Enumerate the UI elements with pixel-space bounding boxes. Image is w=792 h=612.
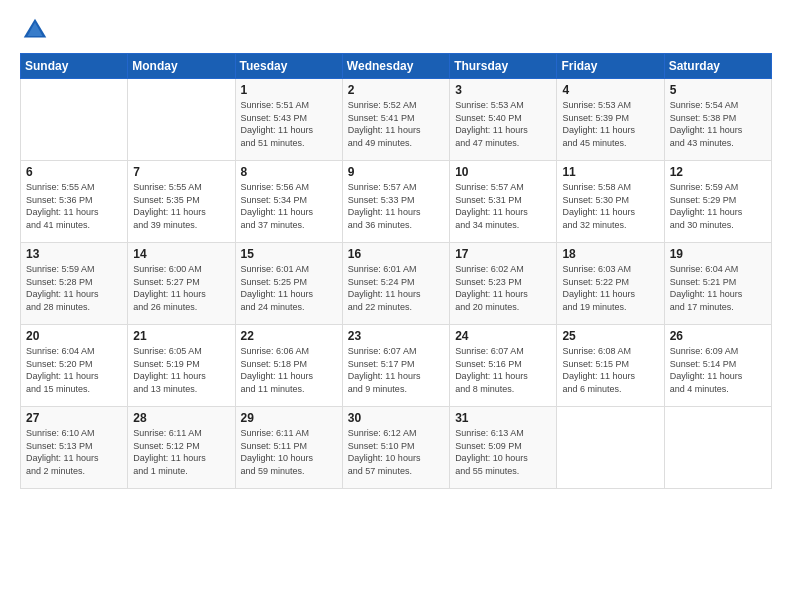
weekday-header: Wednesday [342, 54, 449, 79]
day-info: Sunrise: 6:00 AM Sunset: 5:27 PM Dayligh… [133, 263, 229, 313]
day-number: 26 [670, 329, 766, 343]
day-info: Sunrise: 6:10 AM Sunset: 5:13 PM Dayligh… [26, 427, 122, 477]
calendar-cell: 20Sunrise: 6:04 AM Sunset: 5:20 PM Dayli… [21, 325, 128, 407]
day-number: 4 [562, 83, 658, 97]
calendar-cell: 13Sunrise: 5:59 AM Sunset: 5:28 PM Dayli… [21, 243, 128, 325]
page: SundayMondayTuesdayWednesdayThursdayFrid… [0, 0, 792, 612]
day-number: 21 [133, 329, 229, 343]
calendar-week-row: 20Sunrise: 6:04 AM Sunset: 5:20 PM Dayli… [21, 325, 772, 407]
day-info: Sunrise: 6:07 AM Sunset: 5:16 PM Dayligh… [455, 345, 551, 395]
day-info: Sunrise: 6:04 AM Sunset: 5:21 PM Dayligh… [670, 263, 766, 313]
day-info: Sunrise: 6:13 AM Sunset: 5:09 PM Dayligh… [455, 427, 551, 477]
calendar-cell: 3Sunrise: 5:53 AM Sunset: 5:40 PM Daylig… [450, 79, 557, 161]
day-info: Sunrise: 5:55 AM Sunset: 5:36 PM Dayligh… [26, 181, 122, 231]
logo [20, 15, 54, 45]
day-number: 9 [348, 165, 444, 179]
calendar-cell: 24Sunrise: 6:07 AM Sunset: 5:16 PM Dayli… [450, 325, 557, 407]
day-info: Sunrise: 5:52 AM Sunset: 5:41 PM Dayligh… [348, 99, 444, 149]
calendar-cell: 7Sunrise: 5:55 AM Sunset: 5:35 PM Daylig… [128, 161, 235, 243]
day-number: 12 [670, 165, 766, 179]
calendar-cell [664, 407, 771, 489]
day-info: Sunrise: 6:08 AM Sunset: 5:15 PM Dayligh… [562, 345, 658, 395]
day-info: Sunrise: 5:59 AM Sunset: 5:29 PM Dayligh… [670, 181, 766, 231]
day-number: 31 [455, 411, 551, 425]
day-info: Sunrise: 6:01 AM Sunset: 5:24 PM Dayligh… [348, 263, 444, 313]
day-number: 28 [133, 411, 229, 425]
day-info: Sunrise: 6:04 AM Sunset: 5:20 PM Dayligh… [26, 345, 122, 395]
day-number: 6 [26, 165, 122, 179]
calendar-table: SundayMondayTuesdayWednesdayThursdayFrid… [20, 53, 772, 489]
day-info: Sunrise: 6:01 AM Sunset: 5:25 PM Dayligh… [241, 263, 337, 313]
weekday-header: Sunday [21, 54, 128, 79]
calendar-cell: 2Sunrise: 5:52 AM Sunset: 5:41 PM Daylig… [342, 79, 449, 161]
calendar-cell [21, 79, 128, 161]
day-number: 1 [241, 83, 337, 97]
day-info: Sunrise: 5:59 AM Sunset: 5:28 PM Dayligh… [26, 263, 122, 313]
calendar-cell: 17Sunrise: 6:02 AM Sunset: 5:23 PM Dayli… [450, 243, 557, 325]
day-info: Sunrise: 5:54 AM Sunset: 5:38 PM Dayligh… [670, 99, 766, 149]
calendar-cell: 1Sunrise: 5:51 AM Sunset: 5:43 PM Daylig… [235, 79, 342, 161]
calendar-cell: 30Sunrise: 6:12 AM Sunset: 5:10 PM Dayli… [342, 407, 449, 489]
calendar-cell: 11Sunrise: 5:58 AM Sunset: 5:30 PM Dayli… [557, 161, 664, 243]
calendar-cell: 28Sunrise: 6:11 AM Sunset: 5:12 PM Dayli… [128, 407, 235, 489]
day-info: Sunrise: 6:07 AM Sunset: 5:17 PM Dayligh… [348, 345, 444, 395]
logo-icon [20, 15, 50, 45]
day-info: Sunrise: 6:12 AM Sunset: 5:10 PM Dayligh… [348, 427, 444, 477]
day-info: Sunrise: 6:06 AM Sunset: 5:18 PM Dayligh… [241, 345, 337, 395]
header [20, 15, 772, 45]
weekday-header: Thursday [450, 54, 557, 79]
calendar-cell: 5Sunrise: 5:54 AM Sunset: 5:38 PM Daylig… [664, 79, 771, 161]
day-number: 23 [348, 329, 444, 343]
day-number: 18 [562, 247, 658, 261]
day-number: 19 [670, 247, 766, 261]
day-info: Sunrise: 5:55 AM Sunset: 5:35 PM Dayligh… [133, 181, 229, 231]
day-number: 14 [133, 247, 229, 261]
calendar-cell: 12Sunrise: 5:59 AM Sunset: 5:29 PM Dayli… [664, 161, 771, 243]
day-number: 20 [26, 329, 122, 343]
calendar-cell [557, 407, 664, 489]
day-info: Sunrise: 5:57 AM Sunset: 5:33 PM Dayligh… [348, 181, 444, 231]
day-info: Sunrise: 6:03 AM Sunset: 5:22 PM Dayligh… [562, 263, 658, 313]
calendar-week-row: 1Sunrise: 5:51 AM Sunset: 5:43 PM Daylig… [21, 79, 772, 161]
day-number: 16 [348, 247, 444, 261]
calendar-cell: 27Sunrise: 6:10 AM Sunset: 5:13 PM Dayli… [21, 407, 128, 489]
calendar-week-row: 6Sunrise: 5:55 AM Sunset: 5:36 PM Daylig… [21, 161, 772, 243]
day-number: 2 [348, 83, 444, 97]
weekday-header: Saturday [664, 54, 771, 79]
calendar-cell: 23Sunrise: 6:07 AM Sunset: 5:17 PM Dayli… [342, 325, 449, 407]
day-number: 3 [455, 83, 551, 97]
day-number: 22 [241, 329, 337, 343]
day-info: Sunrise: 5:58 AM Sunset: 5:30 PM Dayligh… [562, 181, 658, 231]
day-number: 11 [562, 165, 658, 179]
day-number: 29 [241, 411, 337, 425]
day-info: Sunrise: 6:02 AM Sunset: 5:23 PM Dayligh… [455, 263, 551, 313]
day-number: 30 [348, 411, 444, 425]
calendar-cell: 4Sunrise: 5:53 AM Sunset: 5:39 PM Daylig… [557, 79, 664, 161]
day-number: 27 [26, 411, 122, 425]
weekday-header: Friday [557, 54, 664, 79]
calendar-cell: 31Sunrise: 6:13 AM Sunset: 5:09 PM Dayli… [450, 407, 557, 489]
day-info: Sunrise: 5:53 AM Sunset: 5:39 PM Dayligh… [562, 99, 658, 149]
calendar-cell: 19Sunrise: 6:04 AM Sunset: 5:21 PM Dayli… [664, 243, 771, 325]
day-info: Sunrise: 5:53 AM Sunset: 5:40 PM Dayligh… [455, 99, 551, 149]
calendar-cell: 8Sunrise: 5:56 AM Sunset: 5:34 PM Daylig… [235, 161, 342, 243]
weekday-header: Monday [128, 54, 235, 79]
day-number: 10 [455, 165, 551, 179]
calendar-cell [128, 79, 235, 161]
day-info: Sunrise: 6:09 AM Sunset: 5:14 PM Dayligh… [670, 345, 766, 395]
day-info: Sunrise: 6:11 AM Sunset: 5:11 PM Dayligh… [241, 427, 337, 477]
calendar-cell: 25Sunrise: 6:08 AM Sunset: 5:15 PM Dayli… [557, 325, 664, 407]
calendar-week-row: 27Sunrise: 6:10 AM Sunset: 5:13 PM Dayli… [21, 407, 772, 489]
day-number: 13 [26, 247, 122, 261]
calendar-cell: 10Sunrise: 5:57 AM Sunset: 5:31 PM Dayli… [450, 161, 557, 243]
calendar-cell: 9Sunrise: 5:57 AM Sunset: 5:33 PM Daylig… [342, 161, 449, 243]
day-info: Sunrise: 5:51 AM Sunset: 5:43 PM Dayligh… [241, 99, 337, 149]
weekday-header-row: SundayMondayTuesdayWednesdayThursdayFrid… [21, 54, 772, 79]
calendar-cell: 14Sunrise: 6:00 AM Sunset: 5:27 PM Dayli… [128, 243, 235, 325]
day-info: Sunrise: 6:05 AM Sunset: 5:19 PM Dayligh… [133, 345, 229, 395]
day-info: Sunrise: 6:11 AM Sunset: 5:12 PM Dayligh… [133, 427, 229, 477]
day-number: 8 [241, 165, 337, 179]
day-info: Sunrise: 5:56 AM Sunset: 5:34 PM Dayligh… [241, 181, 337, 231]
day-number: 7 [133, 165, 229, 179]
calendar-cell: 6Sunrise: 5:55 AM Sunset: 5:36 PM Daylig… [21, 161, 128, 243]
